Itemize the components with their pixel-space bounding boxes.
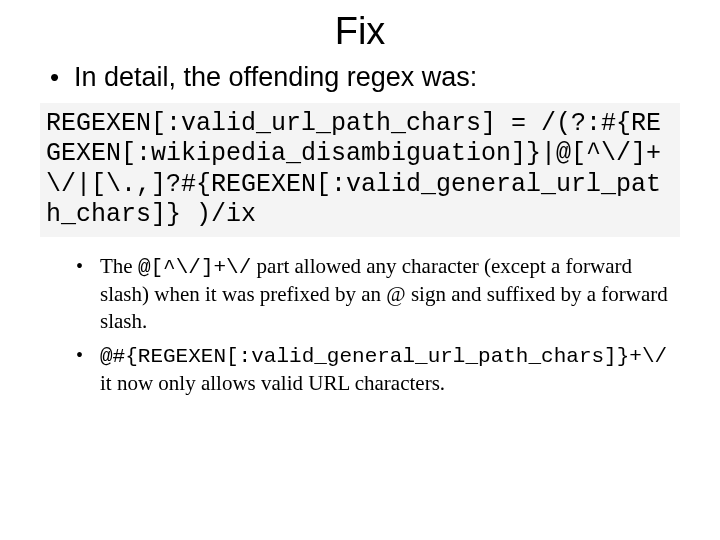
- regex-code-block: REGEXEN[:valid_url_path_chars] = /(?:#{R…: [40, 103, 680, 237]
- sub1-text-a: The: [100, 254, 138, 278]
- slide-title: Fix: [40, 10, 680, 53]
- sub-bullet-1: The @[^\/]+\/ part allowed any character…: [96, 253, 680, 336]
- sub2-inline-code: @#{REGEXEN[:valid_general_url_path_chars…: [100, 345, 667, 368]
- sub1-inline-code: @[^\/]+\/: [138, 256, 251, 279]
- sub-bullet-2: @#{REGEXEN[:valid_general_url_path_chars…: [96, 342, 680, 398]
- bullet-intro: In detail, the offending regex was:: [70, 61, 680, 95]
- sub2-text-b: it now only allows valid URL characters.: [100, 371, 445, 395]
